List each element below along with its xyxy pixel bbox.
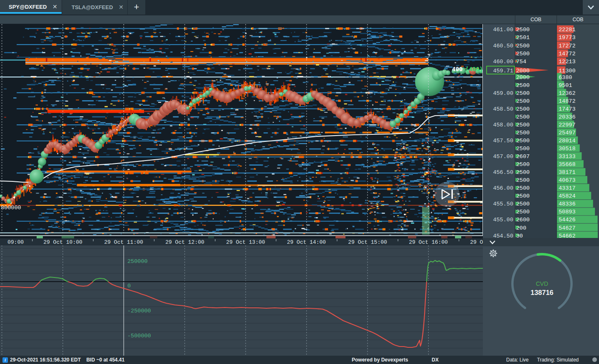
svg-text:6380: 6380 [559,74,572,81]
svg-text:455.50: 455.50 [493,201,513,207]
svg-text:35668: 35668 [559,161,576,168]
svg-text:14872: 14872 [559,98,576,104]
svg-text:2500: 2500 [516,122,529,128]
svg-text:2500: 2500 [516,98,529,104]
svg-text:459.71: 459.71 [493,68,513,74]
svg-text:2500: 2500 [516,138,529,144]
svg-text:29 Oct 11:00: 29 Oct 11:00 [104,239,143,245]
svg-text:138716: 138716 [530,289,553,296]
svg-text:2500: 2500 [516,27,529,33]
svg-text:455.00: 455.00 [493,217,513,223]
svg-text:40673: 40673 [559,177,576,183]
svg-text:2000: 2000 [516,68,529,74]
svg-text:2500: 2500 [516,130,529,136]
svg-text:19773: 19773 [559,35,576,41]
svg-text:25497: 25497 [559,130,576,136]
svg-text:2500: 2500 [516,43,529,49]
svg-text:458.50: 458.50 [493,106,513,112]
svg-text:30: 30 [516,233,523,238]
svg-text:9501: 9501 [559,82,572,89]
svg-text:456.00: 456.00 [493,185,513,191]
svg-text:754: 754 [516,59,526,65]
svg-text:2607: 2607 [516,154,529,160]
svg-text:50893: 50893 [559,209,576,215]
svg-text:2500: 2500 [516,114,529,120]
svg-text:-500000: -500000 [127,333,151,339]
svg-text:14772: 14772 [559,51,576,57]
svg-text:457.00: 457.00 [493,154,513,160]
svg-text:458.00: 458.00 [493,122,513,128]
svg-text:2500: 2500 [516,106,529,112]
svg-text:2500: 2500 [516,51,529,57]
svg-text:2500: 2500 [516,169,529,176]
svg-text:29 Oct 12:00: 29 Oct 12:00 [165,239,204,245]
svg-text:2500: 2500 [516,209,529,215]
svg-text:(400): (400) [465,66,483,73]
svg-text:2500: 2500 [516,193,529,199]
svg-text:29 Oct 10:00: 29 Oct 10:00 [43,239,82,245]
svg-text:29 Oct 16:00: 29 Oct 16:00 [409,239,448,245]
svg-text:454.50: 454.50 [493,233,513,238]
svg-text:2500: 2500 [516,161,529,168]
svg-text:45824: 45824 [559,193,576,199]
svg-text:43317: 43317 [559,185,576,191]
svg-text:09:00: 09:00 [7,239,24,245]
svg-text:17272: 17272 [559,43,576,49]
svg-text:-250000: -250000 [127,308,151,314]
svg-text:22997: 22997 [559,122,576,128]
svg-text:38171: 38171 [559,169,576,176]
svg-text:2500: 2500 [516,90,529,97]
svg-text:48336: 48336 [559,201,576,207]
svg-text:28014: 28014 [559,138,576,144]
svg-text:456.50: 456.50 [493,169,513,176]
svg-text:2500: 2500 [516,185,529,191]
svg-text:459.00: 459.00 [493,90,513,97]
svg-text:400: 400 [452,66,462,73]
svg-text:2500: 2500 [516,82,529,89]
svg-text:457.50: 457.50 [493,138,513,144]
svg-text:17473: 17473 [559,106,576,112]
svg-text:461.00: 461.00 [493,27,513,33]
svg-text:29 Oct 13:00: 29 Oct 13:00 [226,239,265,245]
svg-text:460.50: 460.50 [493,43,513,49]
svg-text:54426: 54426 [559,217,576,223]
svg-text:0: 0 [127,283,131,289]
svg-text:2500: 2500 [516,177,529,183]
svg-text:33133: 33133 [559,154,576,160]
svg-text:54627: 54627 [559,225,576,231]
svg-text:29 Oct 14:00: 29 Oct 14:00 [287,239,326,245]
svg-text:460.00: 460.00 [493,59,513,65]
svg-text:12362: 12362 [559,90,576,97]
svg-text:54662: 54662 [559,233,576,238]
svg-text:29 Oct 15:00: 29 Oct 15:00 [348,239,387,245]
svg-text:200: 200 [516,225,526,231]
svg-text:2000: 2000 [516,74,529,81]
svg-text:CVD: CVD [536,280,548,287]
svg-text:30518: 30518 [559,146,576,152]
svg-text:250000: 250000 [127,258,148,265]
svg-text:20336: 20336 [559,114,576,120]
svg-text:2600: 2600 [516,217,529,223]
svg-text:800000: 800000 [1,205,21,211]
svg-text:2501: 2501 [516,35,529,41]
svg-text:12213: 12213 [559,59,576,65]
svg-text:22281: 22281 [559,27,576,33]
svg-text:2500: 2500 [516,146,529,152]
svg-text:11300: 11300 [559,68,576,74]
svg-text:2500: 2500 [516,201,529,207]
